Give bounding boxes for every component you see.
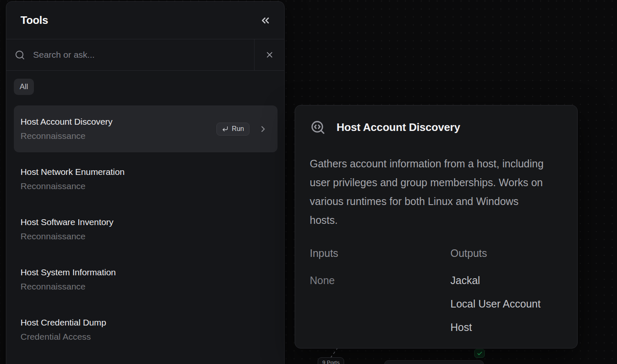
tool-item-host-software-inventory[interactable]: Host Software Inventory Reconnaissance: [14, 206, 278, 253]
tool-category: Reconnaissance: [21, 282, 116, 291]
inputs-column: Inputs None: [310, 248, 450, 346]
tool-text: Host System Information Reconnaissance: [21, 268, 116, 291]
tool-text: Host Account Discovery Reconnaissance: [21, 117, 113, 140]
tool-text: Host Network Enumeration Reconnaissance: [21, 167, 125, 190]
tool-category: Reconnaissance: [21, 232, 113, 241]
detail-title: Host Account Discovery: [337, 121, 460, 134]
tool-name: Host System Information: [21, 268, 116, 277]
tool-category: Credential Access: [21, 332, 106, 341]
filter-chip-all[interactable]: All: [14, 79, 34, 95]
search-field: [6, 39, 255, 70]
app-canvas: 9 Ports Tools All Host A: [0, 0, 617, 364]
edge-label-ports: 9 Ports: [318, 357, 344, 364]
tool-category: Reconnaissance: [21, 182, 125, 191]
tool-name: Host Credential Dump: [21, 318, 106, 327]
inputs-outputs-grid: Inputs None Outputs Jackal Local User Ac…: [310, 248, 540, 346]
output-value: Local User Account: [450, 299, 540, 309]
search-icon: [15, 50, 25, 60]
panel-title: Tools: [21, 14, 48, 27]
chevron-right-icon[interactable]: [258, 124, 268, 134]
tool-actions: Run: [216, 123, 268, 136]
tool-name: Host Network Enumeration: [21, 167, 125, 177]
detail-description: Gathers account information from a host,…: [310, 154, 546, 230]
graph-node[interactable]: [384, 360, 484, 364]
run-button-label: Run: [232, 125, 244, 133]
output-value: Jackal: [450, 275, 540, 286]
tool-item-host-account-discovery[interactable]: Host Account Discovery Reconnaissance Ru…: [14, 105, 278, 152]
search-input[interactable]: [33, 50, 247, 60]
tool-name: Host Account Discovery: [21, 117, 113, 126]
tool-item-host-credential-dump[interactable]: Host Credential Dump Credential Access: [14, 306, 278, 353]
detail-header: Host Account Discovery: [295, 105, 577, 135]
return-key-icon: [222, 126, 229, 132]
tool-text: Host Software Inventory Reconnaissance: [21, 218, 113, 241]
output-value: Host: [450, 322, 540, 333]
inputs-label: Inputs: [310, 248, 450, 259]
tool-item-host-network-enumeration[interactable]: Host Network Enumeration Reconnaissance: [14, 156, 278, 203]
search-bar: [6, 39, 284, 71]
tool-name: Host Software Inventory: [21, 218, 113, 227]
chevrons-left-icon: [260, 15, 271, 26]
tool-list: Host Account Discovery Reconnaissance Ru…: [6, 95, 284, 353]
tools-panel: Tools All Host Account Discovery Reconna…: [6, 1, 285, 364]
tool-category: Reconnaissance: [21, 131, 113, 141]
tool-text: Host Credential Dump Credential Access: [21, 318, 106, 341]
clear-search-button[interactable]: [255, 39, 284, 70]
tool-item-host-system-information[interactable]: Host System Information Reconnaissance: [14, 256, 278, 303]
filter-row: All: [6, 71, 284, 95]
outputs-label: Outputs: [450, 248, 540, 259]
collapse-panel-button[interactable]: [258, 13, 273, 28]
tool-detail-popover: Host Account Discovery Gathers account i…: [295, 105, 578, 349]
check-icon: [477, 351, 483, 356]
input-value: None: [310, 275, 450, 286]
search-code-icon: [310, 120, 326, 135]
tools-panel-header: Tools: [6, 2, 284, 39]
close-icon: [265, 50, 274, 59]
outputs-column: Outputs Jackal Local User Account Host: [450, 248, 540, 346]
node-status-badge: [474, 349, 485, 358]
run-button[interactable]: Run: [216, 123, 249, 136]
